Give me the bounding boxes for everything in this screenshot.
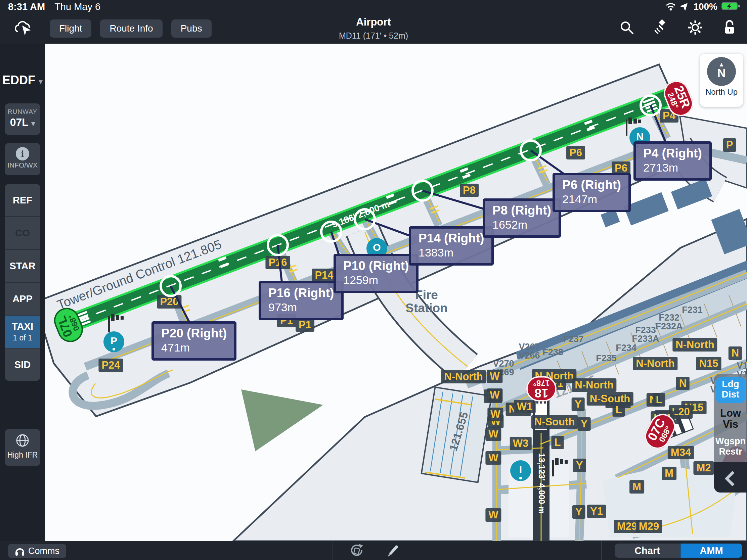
runway-selector[interactable]: RUNWAY 07L ▾ — [5, 103, 40, 135]
app-logo-icon[interactable] — [12, 20, 34, 38]
taxiway-chip: N-North — [441, 370, 486, 383]
amm-tab[interactable]: AMM — [680, 543, 742, 558]
chart-type-menu: REFCOSTARAPPTAXI1 of 1SID — [5, 184, 40, 381]
comms-button[interactable]: Comms — [8, 544, 66, 558]
airport-selector[interactable]: EDDF ▾ — [0, 73, 45, 87]
runway-exit-marker — [411, 180, 434, 202]
taxiway-chip: Y — [572, 398, 585, 411]
taxiway-chip: W — [487, 407, 503, 421]
rotate-chart-icon[interactable] — [349, 543, 365, 560]
taxiway-chip: L — [551, 436, 564, 449]
map-tools-panel: Ldg Dist Low Vis Wgspn Restr — [714, 374, 747, 492]
ldg-dist-toggle[interactable]: Ldg Dist — [716, 377, 745, 403]
nav-flight-button[interactable]: Flight — [50, 20, 92, 37]
runway-exit-marker — [354, 208, 376, 230]
compass-icon: ▲ N — [707, 57, 736, 86]
settings-gear-icon[interactable] — [686, 18, 705, 37]
chevron-down-icon: ▾ — [31, 119, 35, 128]
map-overlay: Tower/Ground Control 121.8059,186' 2,800… — [45, 44, 747, 541]
north-up-label: North Up — [700, 87, 743, 97]
runway-exit-marker — [320, 220, 342, 243]
satellite-icon[interactable] — [652, 18, 670, 37]
taxiway-chip: Y — [578, 417, 591, 431]
battery-percent: 100% — [693, 1, 717, 12]
sidebar-item-taxi[interactable]: TAXI1 of 1 — [5, 316, 40, 348]
stand-label: F233 F233A — [632, 326, 659, 343]
wgspn-restr-toggle[interactable]: Wgspn Restr — [714, 436, 747, 457]
taxiway-chip: P24 — [98, 358, 123, 372]
stand-label: F235 — [596, 354, 617, 363]
taxiway-chip: L — [653, 393, 665, 406]
taxiway-chip: N — [728, 346, 742, 360]
stand-label: F232 F232A — [655, 314, 682, 331]
sidebar-item-co: CO — [5, 217, 40, 250]
info-icon: i — [16, 147, 29, 160]
exit-distance-callout: P4 (Right)2713m — [634, 141, 712, 181]
taxiway-chip: W — [485, 427, 501, 441]
north-up-button[interactable]: ▲ N North Up — [700, 54, 743, 107]
chart-tab[interactable]: Chart — [615, 543, 680, 558]
high-ifr-button[interactable]: High IFR — [5, 429, 40, 466]
bottom-bar: Comms Chart AMM — [0, 541, 747, 560]
stand-label: F238 — [542, 348, 563, 357]
taxiway-chip: M — [629, 480, 644, 494]
lock-unlocked-icon[interactable] — [720, 18, 739, 37]
chevron-down-icon: ▾ — [38, 77, 43, 86]
location-icon — [680, 2, 689, 12]
windsock-icon — [549, 456, 570, 476]
sidebar-item-ref[interactable]: REF — [5, 184, 40, 217]
exit-distance-callout: P8 (Right)1652m — [483, 198, 561, 238]
header-nav: FlightRoute InfoPubs — [50, 20, 212, 37]
airfield-sign-icon: I — [510, 460, 531, 481]
map-text: 121.655 — [447, 410, 470, 452]
exit-distance-callout: P14 (Right)1383m — [409, 226, 494, 266]
nav-pubs-button[interactable]: Pubs — [171, 20, 212, 37]
comms-label: Comms — [28, 546, 59, 556]
nav-route-info-button[interactable]: Route Info — [100, 20, 162, 37]
high-ifr-label: High IFR — [5, 451, 40, 460]
taxiway-chip: M29 — [636, 520, 662, 533]
taxiway-chip: W3 — [510, 437, 532, 450]
taxiway-chip: N-North — [672, 338, 717, 351]
taxiway-chip: M — [662, 466, 676, 480]
windsock-icon — [105, 312, 126, 332]
search-icon[interactable] — [617, 18, 636, 37]
runway-exit-marker — [267, 234, 289, 256]
taxiway-chip: Y — [573, 459, 586, 472]
sidebar-item-app[interactable]: APP — [5, 283, 40, 316]
airport-taxi-diagram[interactable]: Tower/Ground Control 121.8059,186' 2,800… — [45, 44, 747, 541]
runway-id-badge: 07L068° — [50, 304, 87, 346]
header-toolbar: FlightRoute InfoPubs Airport MD11 (171' … — [0, 14, 747, 44]
taxiway-chip: N — [676, 377, 690, 390]
panel-collapse-button[interactable] — [714, 462, 747, 492]
sidebar-item-star[interactable]: STAR — [5, 250, 40, 283]
airfield-sign-icon: P — [103, 331, 124, 352]
clock: 8:31 AM — [8, 1, 45, 12]
runway-exit-marker — [520, 139, 542, 161]
taxiway-chip: N-South — [587, 392, 634, 405]
divider — [601, 541, 602, 560]
taxiway-chip: M2 — [693, 461, 714, 475]
taxiway-chip: N-South — [531, 415, 578, 429]
exit-distance-callout: P6 (Right)2147m — [552, 173, 631, 212]
date: Thu May 6 — [54, 1, 100, 12]
taxiway-chip: M34 — [668, 446, 694, 459]
runway-exit-marker — [159, 275, 182, 297]
chart-amm-segmented-control: Chart AMM — [615, 543, 742, 558]
info-wx-label: INFO/WX — [5, 161, 40, 169]
sidebar-item-sid[interactable]: SID — [5, 348, 40, 381]
taxiway-chip: N-North — [572, 378, 616, 392]
taxiway-chip: L — [613, 403, 625, 417]
wifi-icon — [665, 2, 676, 12]
low-vis-toggle[interactable]: Low Vis — [714, 408, 747, 430]
status-bar: 8:31 AM Thu May 6 100% — [0, 0, 747, 14]
annotate-pencil-icon[interactable] — [386, 544, 400, 559]
taxiway-chip: P1 — [295, 318, 314, 332]
chevron-left-icon — [724, 471, 740, 486]
taxiway-chip: W1 — [514, 400, 536, 413]
map-text: Tower/Ground Control 121.805 — [55, 237, 223, 312]
info-wx-button[interactable]: i INFO/WX — [5, 143, 40, 175]
exit-distance-callout: P16 (Right)973m — [259, 281, 343, 320]
runway-value: 07L — [10, 116, 29, 128]
flitedeck-app: 8:31 AM Thu May 6 100% FlightRoute InfoP… — [0, 0, 747, 560]
